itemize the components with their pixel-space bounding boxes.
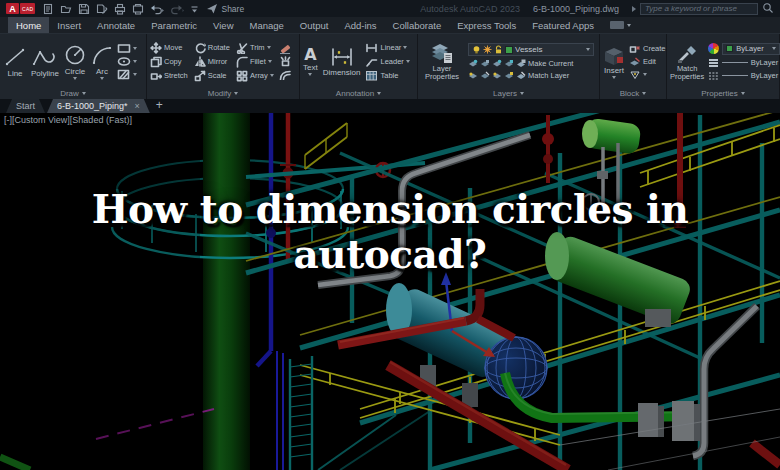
trim-tool[interactable]: Trim (236, 42, 274, 54)
share-button[interactable]: Share (206, 3, 244, 14)
table-tool[interactable]: Table (365, 70, 409, 81)
layer-off-icon[interactable] (468, 59, 478, 68)
match-properties-tool[interactable]: Match Properties (670, 43, 704, 81)
panel-label-layers[interactable]: Layers (418, 87, 599, 99)
panel-label-properties[interactable]: Properties (667, 87, 779, 99)
tab-featured-apps[interactable]: Featured Apps (524, 17, 602, 33)
tab-collaborate[interactable]: Collaborate (385, 17, 450, 33)
scale-tool[interactable]: Scale (194, 70, 230, 82)
undo-icon[interactable] (150, 3, 164, 15)
panel-draw: Line Polyline Circle Arc (0, 34, 147, 99)
tab-annotate[interactable]: Annotate (89, 17, 143, 33)
search-input[interactable] (640, 3, 758, 15)
panel-label-annotation[interactable]: Annotation (300, 87, 417, 99)
array-tool[interactable]: Array (236, 70, 274, 82)
new-drawing-tab-icon[interactable]: + (156, 98, 163, 112)
viewport-canvas[interactable] (0, 113, 780, 470)
layer-prev-icon[interactable] (492, 71, 502, 80)
tab-add-ins[interactable]: Add-ins (336, 17, 384, 33)
make-current-label[interactable]: Make Current (528, 59, 573, 68)
visual-style-control[interactable]: [Shaded (Fast)] (70, 115, 132, 125)
rotate-tool[interactable]: Rotate (194, 42, 230, 54)
dimension-tool[interactable]: Dimension (323, 46, 361, 77)
copy-tool[interactable]: Copy (150, 56, 188, 68)
layer-color-swatch (505, 46, 513, 54)
color-dropdown[interactable]: ByLayer (722, 43, 780, 55)
rectangle-tool[interactable] (117, 43, 137, 54)
file-tab-document[interactable]: 6-B-1000_Piping* × (47, 99, 150, 113)
lineweight-row[interactable]: ByLayer (708, 58, 778, 68)
explode-tool[interactable] (279, 56, 292, 67)
plot-icon[interactable] (114, 3, 126, 15)
mirror-tool[interactable]: Mirror (194, 56, 230, 68)
batch-plot-icon[interactable] (132, 3, 144, 15)
search-expand-icon[interactable] (632, 6, 636, 12)
autocad-logo[interactable]: A CAD (6, 3, 35, 14)
tab-output[interactable]: Output (292, 17, 337, 33)
new-file-icon[interactable] (42, 3, 54, 15)
search-icon[interactable] (762, 0, 774, 18)
panel-layers: Layer Properties Vessels (418, 34, 600, 99)
stretch-tool[interactable]: Stretch (150, 70, 188, 82)
title-bar: A CAD Share Autodesk AutoCAD 2023 6-B-10… (0, 0, 780, 17)
move-tool[interactable]: Move (150, 42, 188, 54)
tab-insert[interactable]: Insert (49, 17, 89, 33)
panel-label-draw[interactable]: Draw (0, 87, 146, 99)
tab-manage[interactable]: Manage (242, 17, 292, 33)
layer-unlock-icon[interactable] (504, 71, 514, 80)
overlay-title: How to dimension circles in autocad? (0, 187, 780, 277)
layer-walk-icon[interactable] (468, 71, 478, 80)
save-icon[interactable] (78, 3, 90, 15)
ribbon-display-options[interactable] (610, 17, 631, 33)
fillet-tool[interactable]: Fillet (236, 56, 274, 68)
layer-match-icon[interactable] (480, 71, 490, 80)
view-control[interactable]: [Custom View] (12, 115, 70, 125)
save-as-icon[interactable] (96, 3, 108, 15)
tab-express-tools[interactable]: Express Tools (449, 17, 524, 33)
match-layer-icon[interactable] (516, 71, 526, 80)
make-current-icon[interactable] (516, 59, 526, 68)
tab-view[interactable]: View (205, 17, 241, 33)
close-tab-icon[interactable]: × (135, 101, 140, 111)
qat-customize-icon[interactable] (190, 4, 199, 14)
file-tab-start[interactable]: Start (6, 99, 45, 113)
layer-freeze-tool-icon[interactable] (492, 59, 502, 68)
offset-tool[interactable] (279, 69, 292, 80)
panel-label-modify[interactable]: Modify (147, 87, 299, 99)
viewport-controls: [-][Custom View][Shaded (Fast)] (4, 115, 132, 125)
circle-tool[interactable]: Circle (63, 43, 87, 80)
layer-isolate-icon[interactable] (480, 59, 490, 68)
tab-home[interactable]: Home (8, 17, 49, 33)
tab-parametric[interactable]: Parametric (143, 17, 205, 33)
drawing-viewport[interactable]: [-][Custom View][Shaded (Fast)] (0, 113, 780, 470)
leader-tool[interactable]: Leader (365, 56, 409, 67)
overlay-title-line1: How to dimension circles in (0, 187, 780, 232)
redo-icon[interactable] (170, 3, 184, 15)
insert-block-tool[interactable]: Insert (603, 45, 625, 79)
linear-dimension-tool[interactable]: Linear (365, 42, 409, 53)
erase-tool[interactable] (279, 43, 292, 54)
panel-properties: Match Properties ByLayer ByL (667, 34, 780, 99)
color-value: ByLayer (736, 44, 764, 53)
autocad-logo-cad: CAD (20, 3, 35, 14)
open-file-icon[interactable] (60, 3, 72, 15)
layer-dropdown[interactable]: Vessels (468, 43, 594, 56)
linetype-row[interactable]: ByLayer (708, 71, 778, 81)
layer-lock-tool-icon[interactable] (504, 59, 514, 68)
edit-block-tool[interactable]: Edit (629, 57, 666, 67)
block-attributes-tool[interactable] (629, 70, 666, 80)
chevron-down-icon (627, 24, 631, 27)
line-tool[interactable]: Line (3, 45, 27, 78)
viewport-menu-control[interactable]: [-] (4, 115, 12, 125)
polyline-tool[interactable]: Polyline (31, 45, 59, 78)
hatch-tool[interactable] (117, 69, 137, 80)
create-block-tool[interactable]: Create (629, 44, 666, 54)
overlay-title-line2: autocad? (0, 232, 780, 277)
arc-tool[interactable]: Arc (91, 43, 113, 80)
match-layer-label[interactable]: Match Layer (528, 71, 569, 80)
ellipse-tool[interactable] (117, 56, 137, 67)
layer-properties-tool[interactable]: Layer Properties (421, 42, 463, 81)
text-tool[interactable]: A Text (303, 47, 318, 76)
panel-label-block[interactable]: Block (600, 87, 666, 99)
panel-annotation: A Text Dimension Linear Leader Table Ann… (300, 34, 418, 99)
